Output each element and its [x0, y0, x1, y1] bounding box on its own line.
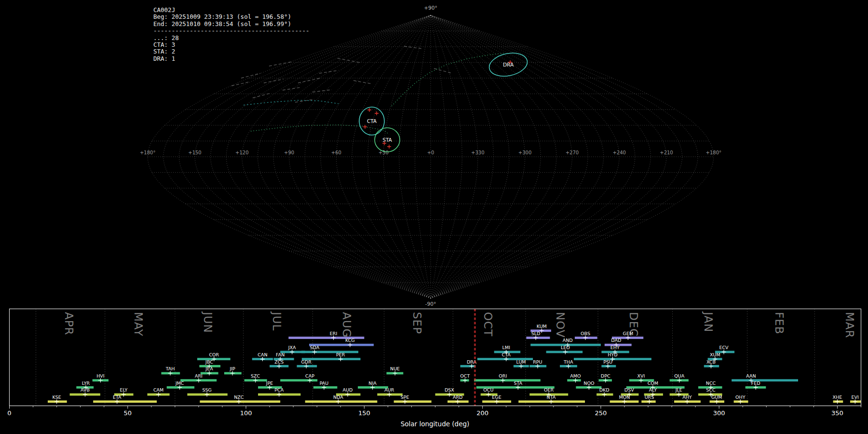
info-line: Beg: 20251009 23:39:13 (sol = 196.58°)	[153, 14, 310, 20]
peak-marker-SPE	[403, 399, 407, 404]
info-line: End: 20251010 09:38:54 (sol = 196.99°)	[153, 21, 310, 27]
shower-bar-NDA	[305, 400, 378, 403]
shower-label-LYR: LYR	[82, 380, 90, 386]
radiant-map-and-activity-figure: +180°+150+120+90+60+30+0+330+300+270+240…	[0, 0, 868, 434]
month-label-SEP: SEP	[411, 312, 423, 334]
peak-marker-XHE	[835, 399, 840, 404]
peak-marker-CTA	[504, 357, 508, 361]
x-axis-tick-label: 100	[240, 409, 252, 417]
shower-label-OER: OER	[544, 387, 554, 393]
shower-bar-AAN	[732, 379, 798, 381]
info-line: ...: 28	[153, 35, 310, 41]
shower-label-PAU: PAU	[320, 380, 329, 386]
shower-label-AAN: AAN	[746, 373, 756, 379]
peak-marker-AMO	[573, 378, 578, 382]
shower-label-NZC: NZC	[234, 394, 244, 400]
meteor-trail	[264, 79, 284, 83]
peak-marker-ERI	[331, 336, 336, 340]
map-longitude-label: +0	[427, 150, 434, 155]
peak-marker-JXA	[290, 350, 294, 354]
peak-marker-OCU	[486, 393, 490, 397]
peak-marker-AHY	[685, 399, 689, 404]
shower-label-SZC: SZC	[251, 373, 260, 379]
month-label-APR: APR	[63, 312, 75, 336]
shower-label-AND: AND	[563, 338, 573, 343]
shower-label-PER: PER	[336, 352, 345, 357]
map-longitude-label: +150	[188, 150, 201, 155]
peak-marker-OCT	[463, 378, 467, 382]
peak-marker-JMC	[177, 385, 182, 390]
shower-label-KCG: KCG	[345, 338, 355, 343]
month-label-OCT: OCT	[482, 312, 494, 337]
peak-marker-JPE	[268, 385, 272, 390]
peak-marker-SLD	[533, 336, 538, 340]
radiant-drift-curve	[251, 125, 389, 135]
peak-marker-RPU	[535, 364, 540, 368]
peak-marker-ORI	[501, 378, 505, 382]
shower-label-FAN: FAN	[276, 352, 285, 357]
meteor-trail	[404, 46, 422, 49]
shower-label-ORI: ORI	[499, 373, 507, 379]
radiant-label-CTA: CTA	[367, 118, 377, 124]
shower-label-PSU: PSU	[603, 359, 612, 365]
month-label-AUG: AUG	[340, 312, 353, 338]
peak-marker-URS	[647, 399, 651, 404]
meteor-trail	[241, 73, 260, 78]
info-line: STA: 2	[153, 48, 310, 55]
map-longitude-label: +210	[660, 150, 673, 155]
shower-label-DPC: DPC	[601, 373, 610, 379]
peak-marker-ZCS	[277, 364, 281, 368]
shower-label-SSG: SSG	[202, 387, 211, 393]
shower-label-AHY: AHY	[682, 394, 692, 400]
peak-marker-NTA	[549, 399, 553, 404]
peak-marker-GDR	[304, 364, 309, 368]
shower-label-AMO: AMO	[570, 373, 581, 379]
peak-marker-DPC	[603, 378, 608, 382]
shower-label-CAP: CAP	[305, 373, 314, 379]
meteor-trail	[312, 90, 332, 92]
shower-label-COM: COM	[648, 380, 658, 386]
peak-marker-AUD	[345, 393, 350, 397]
shower-label-LUM: LUM	[516, 359, 526, 365]
shower-label-AUR: AUR	[384, 387, 394, 393]
shower-label-EVI: EVI	[852, 394, 859, 400]
x-axis-title: Solar longitude (deg)	[401, 420, 470, 428]
shower-label-OCT: OCT	[460, 373, 470, 379]
peak-marker-LEO	[563, 350, 568, 354]
peak-marker-NIA	[370, 385, 375, 390]
shower-label-AUD: AUD	[343, 387, 353, 393]
peak-marker-EGE	[495, 399, 499, 404]
shower-label-RPU: RPU	[533, 359, 542, 365]
figure-stage: +180°+150+120+90+60+30+0+330+300+270+240…	[0, 0, 868, 434]
shower-label-XVI: XVI	[637, 373, 645, 379]
peak-marker-CAP	[308, 378, 312, 382]
x-axis-tick-label: 350	[831, 409, 843, 417]
peak-marker-AVB	[83, 393, 87, 397]
peak-marker-EVI	[853, 399, 857, 404]
shower-label-EGE: EGE	[492, 394, 501, 400]
shower-bar-SPE	[394, 400, 432, 403]
shower-label-ETA: ETA	[113, 394, 122, 400]
meteor-trail	[283, 87, 301, 90]
info-line: ----------------------------------------…	[153, 27, 310, 34]
shower-label-JMC: JMC	[175, 380, 184, 386]
map-longitude-label: +270	[566, 150, 579, 155]
shower-label-XUM: XUM	[710, 352, 720, 357]
map-longitude-label: +240	[612, 150, 625, 155]
map-meridian	[431, 15, 698, 298]
shower-label-NIA: NIA	[368, 380, 377, 386]
meteor-trail	[253, 93, 271, 98]
meteor-trail	[338, 58, 361, 63]
shower-label-LMI: LMI	[502, 345, 510, 350]
shower-label-SDA: SDA	[310, 345, 319, 350]
shower-label-SPE: SPE	[401, 394, 409, 400]
month-label-JAN: JAN	[702, 311, 715, 332]
peak-marker-SSG	[205, 393, 209, 397]
peak-marker-MON	[622, 399, 626, 404]
month-label-FEB: FEB	[773, 312, 786, 335]
map-meridian	[431, 15, 509, 298]
shower-label-ERI: ERI	[330, 331, 337, 336]
shower-label-NTA: NTA	[547, 394, 556, 400]
peak-marker-DSX	[447, 393, 451, 397]
x-axis-tick-label: 0	[7, 409, 11, 417]
